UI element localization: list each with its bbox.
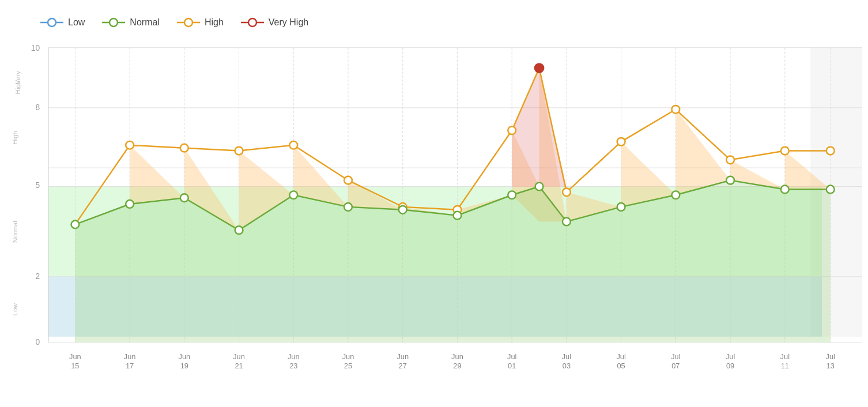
svg-point-98	[399, 206, 407, 214]
svg-point-5	[184, 18, 193, 27]
svg-text:01: 01	[508, 361, 516, 370]
svg-point-101	[535, 183, 544, 191]
svg-text:2: 2	[36, 272, 40, 281]
svg-text:Jul: Jul	[826, 352, 835, 361]
svg-point-93	[126, 200, 134, 208]
svg-text:Jun: Jun	[342, 352, 354, 361]
svg-text:8: 8	[36, 103, 40, 112]
svg-point-100	[508, 191, 516, 199]
svg-text:Jul: Jul	[671, 352, 680, 361]
svg-point-90	[827, 147, 835, 155]
svg-point-102	[563, 218, 571, 226]
svg-text:High: High	[14, 80, 22, 94]
svg-text:Jun: Jun	[69, 352, 81, 361]
legend-item-normal: Normal	[102, 17, 160, 28]
legend-item-high: High	[177, 17, 224, 28]
chart-legend: Low Normal High Very High	[6, 12, 862, 36]
svg-text:Jun: Jun	[451, 352, 463, 361]
svg-text:19: 19	[180, 361, 188, 370]
svg-marker-75	[512, 68, 567, 186]
svg-text:05: 05	[617, 361, 625, 370]
svg-point-99	[454, 212, 462, 220]
svg-text:13: 13	[827, 361, 835, 370]
svg-text:Jun: Jun	[288, 352, 300, 361]
svg-point-3	[110, 18, 118, 27]
svg-point-86	[617, 138, 625, 146]
legend-label-normal: Normal	[130, 17, 160, 28]
svg-point-1	[48, 18, 56, 27]
legend-label-high: High	[205, 17, 224, 28]
svg-text:Normal: Normal	[11, 221, 19, 243]
legend-label-veryhigh: Very High	[269, 17, 308, 28]
svg-point-95	[235, 226, 243, 234]
svg-text:Jun: Jun	[397, 352, 409, 361]
svg-point-89	[781, 147, 789, 155]
svg-point-77	[126, 141, 134, 149]
svg-point-97	[344, 203, 352, 211]
svg-text:Jul: Jul	[616, 352, 625, 361]
svg-point-104	[671, 191, 680, 199]
svg-point-78	[180, 144, 188, 152]
svg-point-88	[726, 156, 734, 164]
svg-point-80	[289, 141, 297, 149]
svg-point-85	[563, 188, 571, 196]
svg-text:Jun: Jun	[233, 352, 245, 361]
svg-text:03: 03	[563, 361, 571, 370]
svg-text:09: 09	[726, 361, 734, 370]
svg-point-96	[289, 191, 297, 199]
svg-point-79	[235, 147, 243, 155]
legend-item-veryhigh: Very High	[241, 17, 308, 28]
legend-label-low: Low	[68, 17, 85, 28]
svg-point-84	[508, 126, 516, 134]
svg-text:15: 15	[71, 361, 79, 370]
main-chart: 10 8 5 2 0 Very High High Normal Low	[6, 36, 862, 371]
svg-point-7	[248, 18, 256, 27]
svg-point-105	[726, 176, 734, 184]
svg-point-106	[781, 186, 789, 194]
svg-text:High: High	[11, 131, 19, 145]
legend-item-low: Low	[40, 17, 85, 28]
svg-text:Jul: Jul	[780, 352, 790, 361]
svg-text:29: 29	[453, 361, 461, 370]
svg-text:Jun: Jun	[124, 352, 136, 361]
svg-text:07: 07	[671, 361, 680, 370]
svg-text:25: 25	[344, 361, 352, 370]
svg-text:Jul: Jul	[562, 352, 571, 361]
chart-container: Low Normal High Very High	[0, 0, 868, 407]
svg-text:Jul: Jul	[507, 352, 516, 361]
svg-point-81	[344, 176, 352, 184]
svg-point-94	[180, 194, 188, 202]
svg-point-92	[71, 220, 79, 228]
svg-text:17: 17	[126, 361, 134, 370]
svg-point-107	[827, 186, 835, 194]
svg-text:21: 21	[235, 361, 243, 370]
svg-text:27: 27	[399, 361, 407, 370]
svg-text:11: 11	[781, 361, 789, 370]
svg-text:5: 5	[36, 181, 40, 190]
svg-text:Jun: Jun	[178, 352, 190, 361]
svg-text:0: 0	[36, 338, 40, 346]
svg-point-87	[671, 105, 680, 114]
svg-text:Low: Low	[11, 303, 19, 316]
svg-text:Jul: Jul	[726, 352, 735, 361]
svg-point-91	[535, 63, 544, 73]
svg-text:10: 10	[31, 44, 40, 52]
svg-point-103	[617, 203, 625, 211]
svg-text:23: 23	[289, 361, 297, 370]
